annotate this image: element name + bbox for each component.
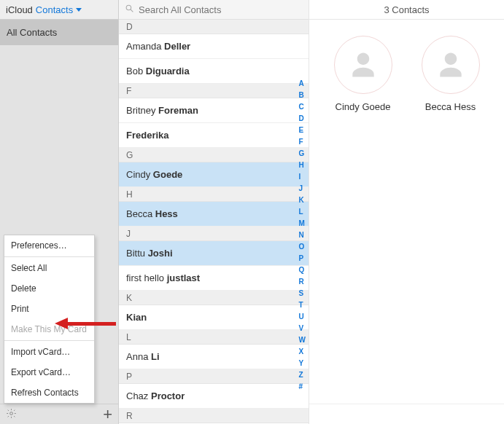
menu-make-card: Make This My Card: [4, 319, 94, 339]
contact-first: Britney: [126, 105, 158, 116]
contact-last: justlast: [167, 272, 201, 283]
contact-row[interactable]: Kian: [119, 305, 309, 330]
alpha-index-letter[interactable]: T: [299, 301, 306, 309]
contact-row[interactable]: Bittu Joshi: [119, 241, 309, 266]
search-bar: [119, 0, 309, 20]
detail-column: 3 Contacts Cindy GoedeBecca Hess: [309, 0, 504, 424]
gear-context-menu: Preferences… Select All Delete Print Mak…: [4, 235, 95, 404]
alpha-index-letter[interactable]: A: [299, 79, 306, 87]
contact-last: Foreman: [158, 105, 198, 116]
contact-last: Diguardia: [146, 66, 190, 76]
contact-first: Becca: [126, 208, 155, 219]
alpha-index-letter[interactable]: M: [299, 219, 306, 227]
gear-icon[interactable]: [6, 408, 17, 421]
sidebar-item-all-contacts[interactable]: All Contacts: [0, 20, 118, 45]
alpha-index-letter[interactable]: K: [299, 196, 306, 204]
sidebar-header: iCloud Contacts: [0, 0, 118, 20]
contact-row[interactable]: Amanda Deller: [119, 34, 309, 59]
section-header: L: [119, 330, 309, 345]
contact-row[interactable]: Cindy Goede: [119, 162, 309, 187]
plus-icon[interactable]: +: [103, 407, 112, 423]
contact-row[interactable]: Bob Diguardia: [119, 59, 309, 84]
alpha-index-letter[interactable]: C: [299, 103, 306, 111]
alpha-index-letter[interactable]: O: [299, 243, 306, 251]
contact-first: Bittu: [126, 248, 148, 259]
alpha-index[interactable]: ABCDEFGHIJKLMNOPQRSTUVWXYZ#: [299, 79, 306, 390]
contact-last: Proctor: [151, 390, 185, 401]
avatars-row: Cindy GoedeBecca Hess: [309, 20, 504, 119]
section-header: K: [119, 291, 309, 305]
alpha-index-letter[interactable]: B: [299, 91, 306, 99]
section-dropdown-label: Contacts: [36, 4, 73, 15]
contact-list-column: DAmanda DellerBob DiguardiaFBritney Fore…: [119, 0, 309, 424]
avatar-icon: [422, 36, 480, 94]
menu-select-all[interactable]: Select All: [4, 258, 94, 278]
alpha-index-letter[interactable]: D: [299, 114, 306, 122]
contact-row[interactable]: Britney Foreman: [119, 98, 309, 123]
detail-title: 3 Contacts: [309, 0, 504, 20]
alpha-index-letter[interactable]: F: [299, 138, 306, 146]
contact-last: Goede: [153, 169, 182, 180]
section-header: H: [119, 187, 309, 202]
section-header: G: [119, 148, 309, 162]
alpha-index-letter[interactable]: E: [299, 126, 306, 134]
menu-separator: [4, 256, 94, 257]
contact-last: Hess: [155, 208, 178, 219]
alpha-index-letter[interactable]: Y: [299, 359, 306, 367]
contact-last: Deller: [164, 41, 190, 52]
alpha-index-letter[interactable]: U: [299, 313, 306, 321]
alpha-index-letter[interactable]: R: [299, 278, 306, 286]
menu-import-vcard[interactable]: Import vCard…: [4, 342, 94, 362]
contact-first: first hello: [126, 272, 167, 283]
menu-refresh[interactable]: Refresh Contacts: [4, 382, 94, 403]
contact-first: Cindy: [126, 169, 153, 180]
svg-point-1: [126, 5, 131, 10]
contact-row[interactable]: Frederika: [119, 123, 309, 148]
contact-first: Amanda: [126, 41, 164, 52]
icloud-label: iCloud: [6, 4, 33, 15]
contact-row[interactable]: Anna Li: [119, 345, 309, 369]
alpha-index-letter[interactable]: V: [299, 324, 306, 332]
menu-print[interactable]: Print: [4, 299, 94, 319]
alpha-index-letter[interactable]: J: [299, 184, 306, 192]
search-input[interactable]: [139, 4, 303, 15]
contact-last: Li: [151, 351, 160, 362]
detail-divider: [309, 404, 504, 424]
avatar-icon: [334, 36, 392, 94]
alpha-index-letter[interactable]: G: [299, 149, 306, 157]
search-icon: [125, 4, 134, 15]
contact-last: Joshi: [148, 248, 173, 259]
menu-delete[interactable]: Delete: [4, 278, 94, 299]
contact-first: Anna: [126, 351, 151, 362]
alpha-index-letter[interactable]: Z: [299, 371, 306, 379]
avatar[interactable]: Becca Hess: [422, 36, 480, 112]
contact-row[interactable]: first hello justlast: [119, 266, 309, 291]
alpha-index-letter[interactable]: N: [299, 231, 306, 239]
alpha-index-letter[interactable]: Q: [299, 266, 306, 274]
chevron-down-icon: [76, 8, 82, 12]
section-header: P: [119, 369, 309, 384]
contact-row[interactable]: Becca Hess: [119, 202, 309, 227]
avatar-name: Becca Hess: [425, 101, 476, 112]
alpha-index-letter[interactable]: H: [299, 161, 306, 169]
alpha-index-letter[interactable]: P: [299, 254, 306, 262]
contact-name: Frederika: [126, 130, 169, 141]
alpha-index-letter[interactable]: S: [299, 289, 306, 297]
menu-separator: [4, 340, 94, 341]
contact-scroll-area[interactable]: DAmanda DellerBob DiguardiaFBritney Fore…: [119, 20, 309, 424]
menu-preferences[interactable]: Preferences…: [4, 235, 94, 256]
alpha-index-letter[interactable]: X: [299, 348, 306, 356]
alpha-index-letter[interactable]: L: [299, 208, 306, 216]
alpha-index-letter[interactable]: I: [299, 173, 306, 181]
alpha-index-letter[interactable]: #: [299, 382, 306, 390]
menu-export-vcard[interactable]: Export vCard…: [4, 362, 94, 382]
contact-row[interactable]: Chaz Proctor: [119, 384, 309, 409]
contact-first: Bob: [126, 66, 146, 76]
contact-first: Chaz: [126, 390, 151, 401]
avatar[interactable]: Cindy Goede: [334, 36, 392, 112]
alpha-index-letter[interactable]: W: [299, 336, 306, 344]
svg-line-2: [131, 9, 133, 12]
section-header: F: [119, 84, 309, 98]
svg-point-0: [10, 412, 13, 415]
section-dropdown[interactable]: Contacts: [36, 4, 82, 15]
